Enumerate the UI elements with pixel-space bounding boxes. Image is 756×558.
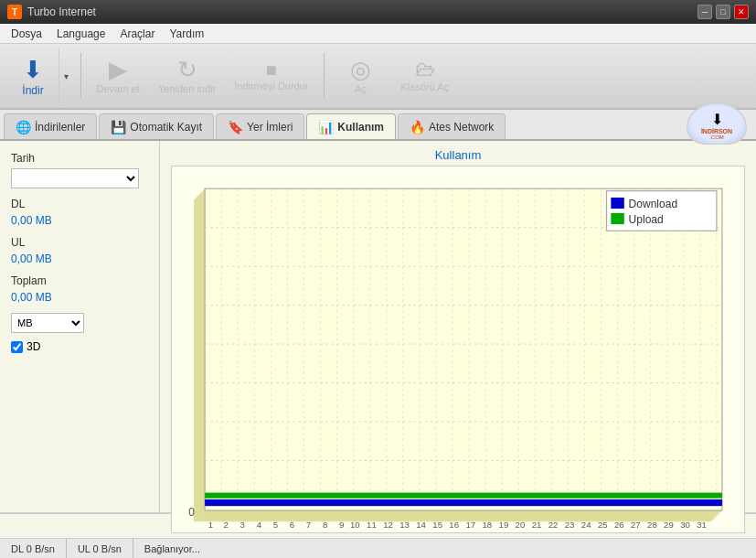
tab-yer-imleri-label: Yer İmleri — [247, 121, 293, 134]
sidebar: Tarih DL 0,00 MB UL 0,00 MB Toplam 0,00 … — [0, 141, 160, 512]
tab-yer-imleri[interactable]: 🔖 Yer İmleri — [216, 113, 304, 139]
toolbar-sep-2 — [324, 53, 325, 99]
unit-group: MB KB GB — [11, 313, 148, 333]
svg-text:5: 5 — [273, 520, 278, 530]
unit-select[interactable]: MB KB GB — [11, 313, 84, 333]
durdur-label: İndirmeyi Durdur — [234, 80, 308, 91]
indir-dropdown-arrow[interactable]: ▾ — [59, 48, 73, 103]
svg-text:14: 14 — [416, 520, 426, 530]
svg-text:Upload: Upload — [629, 213, 664, 226]
tab-ates-icon: 🔥 — [410, 120, 425, 134]
yeniden-label: Yeniden indir — [158, 83, 216, 94]
svg-text:7: 7 — [306, 520, 311, 530]
indirson-logo: ⬇ İNDİRSON .COM — [685, 101, 749, 146]
durdur-icon: ■ — [266, 60, 277, 79]
klasor-button[interactable]: 🗁 Klasörü Aç — [394, 48, 457, 103]
statusbar: DL 0 B/sn UL 0 B/sn Bağlanıyor... — [0, 538, 756, 558]
checkbox-3d-label[interactable]: 3D — [27, 340, 40, 353]
menubar-item-dosya[interactable]: Dosya — [4, 26, 49, 42]
toplam-label: Toplam — [11, 274, 148, 287]
durdur-button[interactable]: ■ İndirmeyi Durdur — [227, 48, 315, 103]
svg-text:10: 10 — [350, 520, 360, 530]
svg-text:17: 17 — [465, 520, 475, 530]
svg-text:1: 1 — [208, 520, 213, 530]
indir-icon: ⬇ — [23, 56, 43, 84]
svg-text:19: 19 — [499, 520, 509, 530]
titlebar-left: T Turbo Internet — [7, 5, 96, 19]
svg-marker-1 — [194, 188, 205, 521]
tab-indirilenler-label: İndirilenler — [35, 121, 85, 134]
maximize-button[interactable]: □ — [716, 5, 730, 19]
tab-ates[interactable]: 🔥 Ates Network — [398, 113, 506, 139]
ac-label: Aç — [355, 83, 367, 94]
svg-text:30: 30 — [680, 520, 690, 530]
devam-label: Devam et — [96, 83, 139, 94]
dl-value: 0,00 MB — [11, 214, 148, 227]
svg-text:15: 15 — [432, 520, 442, 530]
tab-indirilenler[interactable]: 🌐 İndirilenler — [4, 113, 97, 139]
svg-text:27: 27 — [631, 520, 641, 530]
status-connection: Bağlanıyor... — [133, 539, 756, 558]
svg-text:0: 0 — [188, 506, 195, 519]
svg-text:Download: Download — [629, 198, 678, 210]
svg-text:8: 8 — [323, 520, 327, 530]
svg-text:24: 24 — [581, 520, 591, 530]
tarih-label: Tarih — [11, 152, 148, 165]
tab-kullanim[interactable]: 📊 Kullanım — [306, 113, 396, 139]
svg-text:21: 21 — [532, 520, 542, 530]
svg-text:20: 20 — [516, 520, 526, 530]
tab-otomatik[interactable]: 💾 Otomatik Kayıt — [99, 113, 214, 139]
tabs: 🌐 İndirilenler 💾 Otomatik Kayıt 🔖 Yer İm… — [0, 110, 756, 141]
menubar: DosyaLanguageAraçlarYardım — [0, 24, 756, 44]
menubar-item-araçlar[interactable]: Araçlar — [112, 26, 162, 42]
devam-button[interactable]: ▶ Devam et — [89, 48, 147, 103]
tarih-select[interactable] — [11, 168, 139, 188]
yeniden-button[interactable]: ↻ Yeniden indir — [151, 48, 223, 103]
toolbar: ⬇ İndir ▾ ▶ Devam et ↻ Yeniden indir ■ İ… — [0, 44, 756, 110]
tab-ates-label: Ates Network — [429, 121, 494, 134]
menubar-item-yardım[interactable]: Yardım — [162, 26, 211, 42]
svg-text:25: 25 — [598, 520, 608, 530]
svg-rect-44 — [205, 493, 722, 499]
svg-text:29: 29 — [664, 520, 674, 530]
app-icon: T — [7, 5, 22, 19]
indir-group[interactable]: ⬇ İndir ▾ — [7, 48, 73, 103]
titlebar-title: Turbo Internet — [27, 5, 96, 18]
svg-text:13: 13 — [399, 520, 410, 530]
status-dl: DL 0 B/sn — [0, 539, 67, 558]
ul-label: UL — [11, 236, 148, 249]
dl-label: DL — [11, 198, 148, 210]
yeniden-icon: ↻ — [177, 58, 197, 81]
svg-text:28: 28 — [647, 520, 657, 530]
toplam-value: 0,00 MB — [11, 291, 148, 304]
svg-text:22: 22 — [548, 520, 559, 530]
svg-rect-43 — [205, 499, 722, 506]
ac-icon: ◎ — [350, 58, 371, 81]
chart-wrapper: 0 1 2 3 4 5 6 7 8 9 10 11 12 13 14 — [171, 166, 745, 533]
ac-button[interactable]: ◎ Aç — [332, 48, 390, 103]
svg-text:16: 16 — [449, 520, 459, 530]
tab-kullanim-label: Kullanım — [337, 121, 384, 134]
tab-yer-imleri-icon: 🔖 — [228, 120, 243, 134]
indir-label: İndir — [22, 84, 43, 97]
svg-rect-79 — [611, 213, 623, 224]
svg-text:26: 26 — [614, 520, 624, 530]
tab-indirilenler-icon: 🌐 — [16, 120, 31, 134]
titlebar: T Turbo Internet ─ □ ✕ — [0, 0, 756, 24]
close-button[interactable]: ✕ — [734, 5, 749, 19]
toolbar-sep-1 — [80, 53, 81, 99]
svg-text:31: 31 — [697, 520, 707, 530]
svg-text:12: 12 — [383, 520, 393, 530]
main-content: Tarih DL 0,00 MB UL 0,00 MB Toplam 0,00 … — [0, 141, 756, 512]
devam-icon: ▶ — [109, 58, 127, 81]
chart-area: Kullanım — [160, 141, 756, 512]
svg-text:18: 18 — [482, 520, 492, 530]
klasor-icon: 🗁 — [415, 59, 435, 80]
minimize-button[interactable]: ─ — [697, 5, 712, 19]
svg-text:3: 3 — [240, 520, 245, 530]
checkbox-3d[interactable] — [11, 341, 23, 353]
menubar-item-language[interactable]: Language — [49, 26, 112, 42]
tab-otomatik-label: Otomatik Kayıt — [130, 121, 202, 134]
titlebar-controls: ─ □ ✕ — [697, 5, 749, 19]
indir-button[interactable]: ⬇ İndir — [7, 48, 59, 103]
